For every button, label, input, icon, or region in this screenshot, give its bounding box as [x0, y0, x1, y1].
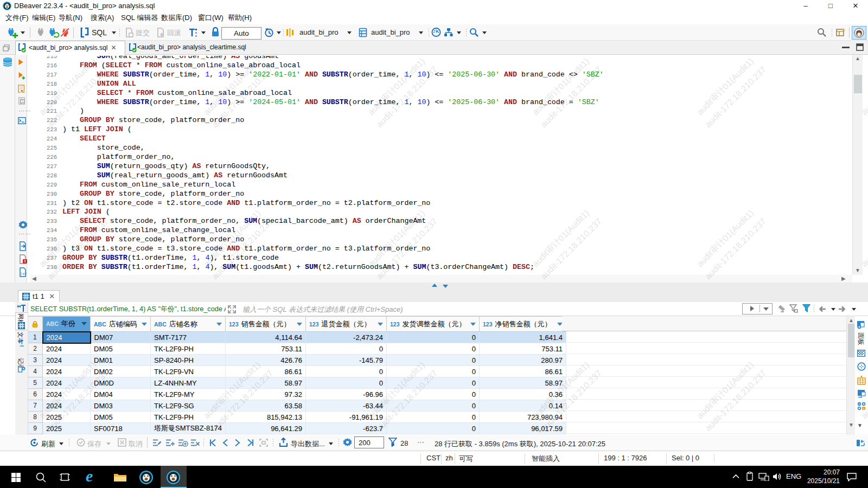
svg-text:(x): (x): [20, 272, 27, 276]
